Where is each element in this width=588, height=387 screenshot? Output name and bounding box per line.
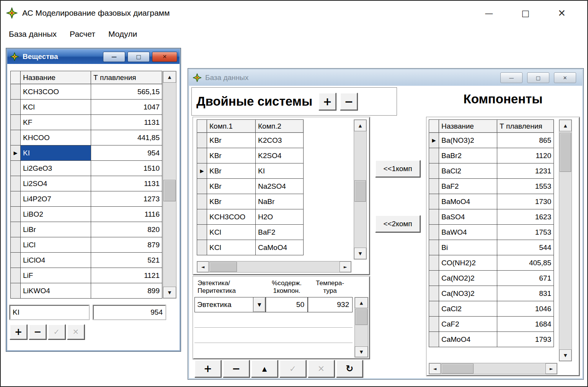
- cell[interactable]: 1730: [497, 194, 554, 209]
- cell[interactable]: Ca(NO3)2: [439, 286, 497, 301]
- scroll-thumb[interactable]: [209, 262, 237, 272]
- vertical-scrollbar[interactable]: ▲ ▼: [354, 297, 368, 358]
- horizontal-scrollbar[interactable]: ◄ ►: [429, 363, 557, 374]
- table-row[interactable]: KBrK2SO4: [197, 148, 304, 163]
- table-row[interactable]: Ca(NO3)2831: [429, 286, 554, 301]
- add-button[interactable]: +: [10, 324, 27, 340]
- cell[interactable]: 1623: [497, 209, 554, 225]
- cell[interactable]: 899: [91, 283, 162, 299]
- cell[interactable]: KHCOO: [21, 130, 91, 145]
- cell[interactable]: 1131: [91, 115, 162, 130]
- cell[interactable]: 671: [497, 271, 554, 286]
- cell[interactable]: LiCl: [21, 237, 91, 253]
- cell[interactable]: 1121: [91, 268, 162, 283]
- close-button[interactable]: ✕: [558, 8, 566, 19]
- database-titlebar[interactable]: База данных — □ ✕: [189, 70, 582, 86]
- cell[interactable]: 865: [497, 133, 554, 148]
- table-row[interactable]: KBrNa2SO4: [197, 179, 304, 194]
- cell[interactable]: KBr: [207, 133, 256, 148]
- table-row[interactable]: BaMoO41730: [429, 194, 554, 209]
- column-header-melting-temp[interactable]: Т плавления: [497, 120, 554, 133]
- table-row[interactable]: BaSO41623: [429, 209, 554, 225]
- substance-name-editor[interactable]: KI: [10, 305, 89, 320]
- table-row[interactable]: Li2GeO31510: [11, 161, 162, 176]
- cell[interactable]: NaBr: [256, 194, 304, 209]
- cell[interactable]: KBr: [207, 163, 256, 179]
- cell[interactable]: CaMoO4: [256, 240, 304, 255]
- cell[interactable]: BaBr2: [439, 148, 497, 163]
- cell[interactable]: 820: [91, 222, 162, 237]
- cell[interactable]: BaCl2: [439, 163, 497, 179]
- confirm-button[interactable]: ✓: [48, 324, 65, 340]
- scroll-thumb[interactable]: [163, 180, 176, 201]
- remove-button[interactable]: −: [223, 360, 250, 377]
- cell[interactable]: 1510: [91, 161, 162, 176]
- scroll-right-icon[interactable]: ►: [546, 363, 557, 374]
- remove-system-button[interactable]: −: [340, 93, 358, 110]
- cell[interactable]: BaWO4: [439, 225, 497, 240]
- vertical-scrollbar[interactable]: ▲ ▼: [163, 71, 176, 299]
- cell[interactable]: 441,85: [91, 130, 162, 145]
- cell[interactable]: CaF2: [439, 317, 497, 332]
- scroll-thumb[interactable]: [355, 309, 368, 325]
- cell[interactable]: BaMoO4: [439, 194, 497, 209]
- table-row[interactable]: LiKWO4899: [11, 283, 162, 299]
- scroll-up-icon[interactable]: ▲: [163, 71, 176, 83]
- maximize-button[interactable]: □: [127, 52, 150, 62]
- scroll-up-icon[interactable]: ▲: [355, 297, 368, 308]
- cell[interactable]: CaMoO4: [439, 332, 497, 347]
- column-header-name[interactable]: Название: [439, 120, 497, 133]
- scroll-thumb[interactable]: [441, 364, 474, 374]
- cell[interactable]: LiClO4: [21, 253, 91, 268]
- scroll-down-icon[interactable]: ▼: [355, 346, 368, 357]
- scroll-down-icon[interactable]: ▼: [354, 248, 366, 259]
- column-header-melting-temp[interactable]: Т плавления: [91, 71, 162, 84]
- cell[interactable]: 1046: [497, 301, 554, 317]
- table-row[interactable]: ▶KI954: [11, 145, 162, 161]
- add-button[interactable]: +: [194, 360, 221, 377]
- cell[interactable]: Na2SO4: [256, 179, 304, 194]
- table-row[interactable]: Ca(NO2)2671: [429, 271, 554, 286]
- cell[interactable]: KCl: [207, 240, 256, 255]
- table-row[interactable]: KHCOO441,85: [11, 130, 162, 145]
- cell[interactable]: 1553: [497, 179, 554, 194]
- cell[interactable]: Li4P2O7: [21, 191, 91, 207]
- empty-row[interactable]: [194, 312, 353, 328]
- column-header-comp2[interactable]: Комп.2: [256, 120, 304, 133]
- cancel-button[interactable]: ✕: [67, 324, 85, 340]
- table-row[interactable]: BaF21553: [429, 179, 554, 194]
- cell[interactable]: KF: [21, 115, 91, 130]
- cell[interactable]: 544: [497, 240, 554, 255]
- cell[interactable]: 1684: [497, 317, 554, 332]
- menu-item-calculation[interactable]: Расчет: [63, 29, 102, 39]
- minimize-button[interactable]: —: [485, 8, 493, 18]
- scroll-left-icon[interactable]: ◄: [429, 363, 441, 374]
- scroll-down-icon[interactable]: ▼: [163, 287, 176, 298]
- cell[interactable]: BaF2: [439, 179, 497, 194]
- horizontal-scrollbar[interactable]: ◄ ►: [197, 261, 351, 273]
- scroll-right-icon[interactable]: ►: [340, 261, 351, 272]
- cell[interactable]: BaF2: [256, 225, 304, 240]
- cell[interactable]: 1793: [497, 332, 554, 347]
- cell[interactable]: Li2SO4: [21, 176, 91, 191]
- cell[interactable]: 1116: [91, 207, 162, 222]
- menu-item-modules[interactable]: Модули: [102, 29, 144, 39]
- cell[interactable]: 521: [91, 253, 162, 268]
- scroll-up-icon[interactable]: ▲: [354, 120, 366, 131]
- table-row[interactable]: KBrNaBr: [197, 194, 304, 209]
- cell[interactable]: CO(NH2)2: [439, 255, 497, 271]
- close-button[interactable]: ✕: [152, 52, 177, 62]
- cell[interactable]: 1131: [91, 176, 162, 191]
- scroll-thumb[interactable]: [560, 133, 571, 172]
- table-row[interactable]: KCH3COOH2O: [197, 209, 304, 225]
- cell[interactable]: LiBr: [21, 222, 91, 237]
- cancel-button[interactable]: ✕: [308, 360, 335, 377]
- cell[interactable]: KCH3COO: [21, 84, 91, 100]
- percent-field[interactable]: 50: [266, 297, 308, 312]
- table-row[interactable]: CaMoO41793: [429, 332, 554, 347]
- menu-item-database[interactable]: База данных: [2, 29, 63, 39]
- cell[interactable]: 1231: [497, 163, 554, 179]
- move-up-button[interactable]: ▲: [251, 360, 278, 377]
- dropdown-icon[interactable]: ▼: [253, 297, 265, 312]
- cell[interactable]: K2SO4: [256, 148, 304, 163]
